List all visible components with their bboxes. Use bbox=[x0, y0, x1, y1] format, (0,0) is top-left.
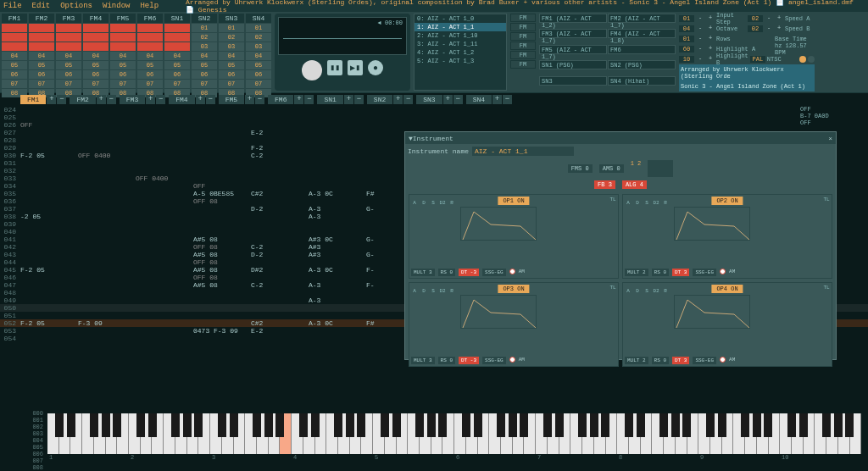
instrument-name-input[interactable]: AIZ - ACT 1_1 bbox=[472, 147, 574, 156]
pattern-tab[interactable]: SN2 bbox=[367, 95, 392, 104]
ssg-param[interactable]: SSG-EG bbox=[693, 357, 716, 364]
channel-step[interactable] bbox=[29, 33, 54, 42]
piano-black-key[interactable] bbox=[299, 413, 308, 437]
pause-button[interactable]: ▮▮ bbox=[327, 60, 342, 75]
pattern-tab[interactable]: SN3 bbox=[416, 95, 442, 104]
channel-step[interactable]: 01 bbox=[219, 24, 244, 32]
channel-step[interactable]: 06 bbox=[137, 70, 163, 79]
channel-step[interactable] bbox=[164, 33, 190, 42]
piano-black-key[interactable] bbox=[275, 413, 284, 437]
channel-step[interactable] bbox=[2, 42, 27, 51]
rs-param[interactable]: RS 0 bbox=[652, 357, 669, 364]
piano-black-key[interactable] bbox=[601, 413, 609, 437]
piano-black-key[interactable] bbox=[799, 413, 808, 437]
piano-black-key[interactable] bbox=[764, 413, 772, 437]
fm-type-button[interactable]: FM bbox=[510, 51, 536, 59]
piano-black-key[interactable] bbox=[148, 413, 157, 437]
pal-radio[interactable] bbox=[808, 56, 815, 63]
channel-step[interactable]: 01 bbox=[246, 24, 271, 32]
channel-step[interactable] bbox=[83, 24, 108, 32]
channel-step[interactable]: 07 bbox=[164, 80, 190, 88]
instrument-item[interactable]: 1: AIZ - ACT 1_1 bbox=[415, 23, 506, 31]
channel-step[interactable]: 05 bbox=[192, 61, 217, 69]
dt-param[interactable]: DT -3 bbox=[459, 269, 479, 276]
instrument-item[interactable]: 4: AIZ - ACT 1_2 bbox=[415, 48, 506, 57]
pattern-tab[interactable]: FM3 bbox=[120, 95, 145, 104]
rs-param[interactable]: RS 0 bbox=[438, 269, 455, 276]
channel-step[interactable]: 02 bbox=[192, 33, 217, 42]
instrument-slot[interactable]: FM3 (AIZ - ACT 1_7) bbox=[539, 29, 607, 38]
channel-step[interactable] bbox=[110, 24, 136, 32]
instrument-editor[interactable]: ▼ Instrument × Instrument name AIZ - ACT… bbox=[404, 131, 837, 360]
channel-step[interactable]: 02 bbox=[246, 33, 271, 42]
channel-step[interactable]: 04 bbox=[192, 52, 217, 60]
piano-black-key[interactable] bbox=[671, 413, 680, 437]
instrument-slot[interactable]: FM4 (AIZ - ACT 1_8) bbox=[608, 29, 676, 38]
channel-step[interactable]: 07 bbox=[56, 80, 81, 88]
piano-black-key[interactable] bbox=[346, 413, 354, 437]
fm-type-button[interactable]: FM bbox=[510, 42, 536, 50]
instrument-slot[interactable]: FM1 (AIZ - ACT 1_2) bbox=[539, 14, 607, 23]
channel-step[interactable]: 06 bbox=[164, 70, 190, 79]
plus-button[interactable]: + bbox=[706, 55, 715, 64]
piano-black-key[interactable] bbox=[171, 413, 180, 437]
instrument-slot[interactable]: FM5 (AIZ - ACT 1_7) bbox=[539, 45, 607, 54]
instrument-slot[interactable]: SN3 bbox=[539, 76, 607, 86]
piano-black-key[interactable] bbox=[334, 413, 342, 437]
channel-label[interactable]: FM1 bbox=[2, 14, 27, 23]
alg-param[interactable]: ALG 4 bbox=[622, 180, 647, 189]
channel-step[interactable]: 03 bbox=[219, 42, 244, 51]
tab-plus[interactable]: + bbox=[146, 95, 155, 104]
tab-minus[interactable]: − bbox=[206, 95, 215, 104]
piano-black-key[interactable] bbox=[834, 413, 843, 437]
channel-step[interactable] bbox=[137, 33, 163, 42]
instrument-item[interactable]: 2: AIZ - ACT 1_10 bbox=[415, 31, 506, 40]
piano-black-key[interactable] bbox=[474, 413, 482, 437]
mult-param[interactable]: MULT 2 bbox=[625, 269, 648, 276]
channel-label[interactable]: SN3 bbox=[219, 14, 244, 23]
menu-window[interactable]: Window bbox=[103, 2, 130, 10]
channel-step[interactable]: 07 bbox=[83, 80, 108, 88]
channel-step[interactable]: 06 bbox=[219, 70, 244, 79]
tab-plus[interactable]: + bbox=[443, 95, 453, 104]
pattern-tab[interactable]: FM5 bbox=[219, 95, 244, 104]
piano-black-key[interactable] bbox=[230, 413, 238, 437]
plus-button[interactable]: + bbox=[706, 45, 715, 53]
piano-black-key[interactable] bbox=[578, 413, 587, 437]
channel-step[interactable]: 04 bbox=[83, 52, 108, 60]
channel-label[interactable]: FM2 bbox=[29, 14, 54, 23]
channel-step[interactable] bbox=[83, 33, 108, 42]
tab-plus[interactable]: + bbox=[47, 95, 56, 104]
piano-black-key[interactable] bbox=[357, 413, 365, 437]
rs-param[interactable]: RS 0 bbox=[438, 357, 455, 364]
channel-step[interactable] bbox=[2, 24, 27, 32]
mult-param[interactable]: MULT 2 bbox=[625, 357, 648, 364]
am-toggle[interactable] bbox=[509, 357, 515, 363]
channel-step[interactable]: 07 bbox=[2, 80, 27, 88]
channel-step[interactable]: 07 bbox=[29, 80, 54, 88]
channel-step[interactable]: 07 bbox=[192, 80, 217, 88]
piano-black-key[interactable] bbox=[845, 413, 854, 437]
channel-label[interactable]: FM6 bbox=[137, 14, 163, 23]
pattern-tab[interactable]: SN1 bbox=[317, 95, 342, 104]
channel-label[interactable]: SN1 bbox=[164, 14, 190, 23]
plus-button[interactable]: + bbox=[706, 25, 715, 33]
tab-minus[interactable]: − bbox=[403, 95, 413, 104]
channel-step[interactable]: 05 bbox=[219, 61, 244, 69]
channel-step[interactable]: 05 bbox=[2, 61, 27, 69]
piano-black-key[interactable] bbox=[741, 413, 749, 437]
fb-param[interactable]: FB 3 bbox=[594, 180, 615, 189]
channel-step[interactable] bbox=[110, 42, 136, 51]
channel-label[interactable]: SN4 bbox=[246, 14, 271, 23]
op-toggle[interactable]: OP1 ON bbox=[498, 197, 529, 205]
am-toggle[interactable] bbox=[720, 357, 726, 363]
piano-black-key[interactable] bbox=[462, 413, 470, 437]
ntsc-radio[interactable] bbox=[799, 56, 806, 63]
instrument-item[interactable]: 0: AIZ - ACT 1_0 bbox=[415, 14, 506, 23]
tab-minus[interactable]: − bbox=[354, 95, 364, 104]
channel-step[interactable] bbox=[164, 24, 190, 32]
channel-step[interactable] bbox=[137, 24, 163, 32]
channel-step[interactable]: 06 bbox=[56, 70, 81, 79]
channel-step[interactable]: 04 bbox=[2, 52, 27, 60]
channel-label[interactable]: FM3 bbox=[56, 14, 81, 23]
